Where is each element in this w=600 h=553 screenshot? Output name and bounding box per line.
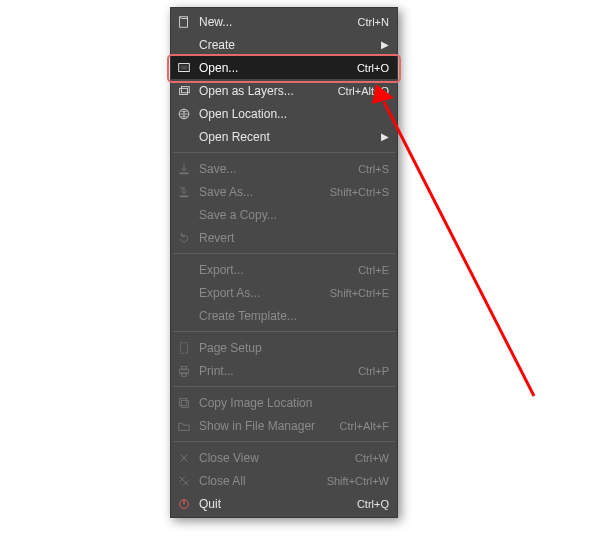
svg-rect-2 [181, 65, 188, 69]
globe-icon [175, 106, 193, 122]
menu-item-revert: Revert [171, 226, 397, 249]
menu-item-label: Save... [199, 162, 348, 176]
menu-item-shortcut: Shift+Ctrl+W [327, 475, 389, 487]
menu-item-shortcut: Ctrl+E [358, 264, 389, 276]
menu-separator [173, 441, 395, 442]
menu-item-label: Open Recent [199, 130, 381, 144]
svg-rect-6 [180, 172, 189, 174]
blank-icon [175, 262, 193, 278]
file-menu[interactable]: New...Ctrl+NCreate▶Open...Ctrl+OOpen as … [170, 7, 398, 518]
print-icon [175, 363, 193, 379]
menu-separator [173, 152, 395, 153]
menu-item-print: Print...Ctrl+P [171, 359, 397, 382]
blank-icon [175, 207, 193, 223]
menu-item-save-as: Save As...Shift+Ctrl+S [171, 180, 397, 203]
menu-item-shortcut: Ctrl+P [358, 365, 389, 377]
menu-item-page-setup: Page Setup [171, 336, 397, 359]
svg-rect-3 [180, 88, 188, 94]
menu-item-open-recent[interactable]: Open Recent▶ [171, 125, 397, 148]
menu-separator [173, 331, 395, 332]
menu-item-export: Export...Ctrl+E [171, 258, 397, 281]
menu-item-copy-image-location: Copy Image Location [171, 391, 397, 414]
menu-item-shortcut: Shift+Ctrl+E [330, 287, 389, 299]
blank-icon [175, 129, 193, 145]
menu-item-create[interactable]: Create▶ [171, 33, 397, 56]
menu-item-label: Close All [199, 474, 317, 488]
new-icon [175, 14, 193, 30]
menu-item-label: Create [199, 38, 381, 52]
menu-item-label: New... [199, 15, 348, 29]
menu-item-show-in-file-manager: Show in File ManagerCtrl+Alt+F [171, 414, 397, 437]
menu-item-close-all: Close AllShift+Ctrl+W [171, 469, 397, 492]
svg-line-15 [384, 102, 534, 396]
chevron-right-icon: ▶ [381, 131, 389, 142]
menu-item-shortcut: Ctrl+Alt+O [338, 85, 389, 97]
menu-item-label: Save As... [199, 185, 320, 199]
svg-rect-7 [180, 195, 189, 197]
menu-item-label: Close View [199, 451, 345, 465]
menu-item-label: Create Template... [199, 309, 389, 323]
menu-item-label: Open... [199, 61, 347, 75]
page-icon [175, 340, 193, 356]
menu-item-shortcut: Ctrl+N [358, 16, 389, 28]
menu-separator [173, 253, 395, 254]
folder-icon [175, 418, 193, 434]
menu-item-shortcut: Ctrl+W [355, 452, 389, 464]
menu-item-label: Export As... [199, 286, 320, 300]
menu-separator [173, 386, 395, 387]
menu-item-save-a-copy: Save a Copy... [171, 203, 397, 226]
revert-icon [175, 230, 193, 246]
open-icon [175, 60, 193, 76]
menu-item-shortcut: Shift+Ctrl+S [330, 186, 389, 198]
quit-icon [175, 496, 193, 512]
menu-item-open-as-layers[interactable]: Open as Layers...Ctrl+Alt+O [171, 79, 397, 102]
svg-rect-12 [180, 398, 187, 405]
svg-rect-4 [181, 86, 189, 92]
menu-item-create-template: Create Template... [171, 304, 397, 327]
menu-item-label: Open Location... [199, 107, 389, 121]
menu-item-quit[interactable]: QuitCtrl+Q [171, 492, 397, 515]
menu-item-label: Quit [199, 497, 347, 511]
menu-item-save: Save...Ctrl+S [171, 157, 397, 180]
chevron-right-icon: ▶ [381, 39, 389, 50]
menu-item-open[interactable]: Open...Ctrl+O [171, 56, 397, 79]
menu-item-label: Revert [199, 231, 389, 245]
menu-item-label: Save a Copy... [199, 208, 389, 222]
menu-item-shortcut: Ctrl+Q [357, 498, 389, 510]
menu-item-close-view: Close ViewCtrl+W [171, 446, 397, 469]
menu-item-export-as: Export As...Shift+Ctrl+E [171, 281, 397, 304]
save-icon [175, 161, 193, 177]
menu-item-label: Show in File Manager [199, 419, 329, 433]
menu-item-open-location[interactable]: Open Location... [171, 102, 397, 125]
layers-icon [175, 83, 193, 99]
copyloc-icon [175, 395, 193, 411]
menu-item-shortcut: Ctrl+Alt+F [339, 420, 389, 432]
close-icon [175, 450, 193, 466]
menu-item-shortcut: Ctrl+S [358, 163, 389, 175]
blank-icon [175, 308, 193, 324]
blank-icon [175, 285, 193, 301]
svg-rect-13 [181, 400, 188, 407]
menu-item-new[interactable]: New...Ctrl+N [171, 10, 397, 33]
blank-icon [175, 37, 193, 53]
menu-item-label: Page Setup [199, 341, 389, 355]
menu-item-label: Copy Image Location [199, 396, 389, 410]
menu-item-label: Print... [199, 364, 348, 378]
svg-rect-8 [181, 342, 188, 353]
menu-item-label: Export... [199, 263, 348, 277]
saveas-icon [175, 184, 193, 200]
menu-item-shortcut: Ctrl+O [357, 62, 389, 74]
menu-item-label: Open as Layers... [199, 84, 328, 98]
svg-rect-10 [181, 366, 186, 369]
closeall-icon [175, 473, 193, 489]
